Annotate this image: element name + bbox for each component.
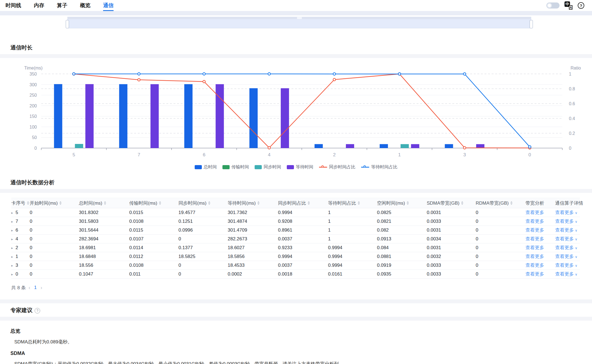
operator-detail-link[interactable]: 查看更多 bbox=[555, 227, 574, 233]
theme-toggle[interactable] bbox=[546, 2, 560, 9]
line-marker-等待时间占比[interactable] bbox=[203, 73, 205, 75]
datazoom-slider[interactable] bbox=[67, 17, 531, 28]
expand-row-icon[interactable]: ▸ bbox=[11, 246, 13, 250]
bandwidth-more-link[interactable]: 查看更多 bbox=[525, 263, 544, 268]
expand-row-icon[interactable]: ▸ bbox=[11, 255, 13, 259]
advice-help-icon[interactable]: ? bbox=[35, 308, 40, 313]
sort-icon[interactable] bbox=[104, 201, 106, 205]
tab-operator[interactable]: 算子 bbox=[57, 0, 67, 11]
bar-等待时间[interactable] bbox=[346, 144, 354, 148]
pagination-next-icon[interactable]: › bbox=[40, 285, 42, 291]
datazoom-selected-range[interactable] bbox=[67, 19, 531, 28]
column-header-3[interactable]: 传输时间(ms) bbox=[129, 198, 178, 208]
chevron-down-icon[interactable]: ∨ bbox=[575, 264, 577, 268]
bar-总时间[interactable] bbox=[54, 84, 62, 148]
line-marker-同步时间占比[interactable] bbox=[333, 78, 335, 81]
line-marker-等待时间占比[interactable] bbox=[333, 73, 335, 75]
bar-同步时间[interactable] bbox=[401, 144, 409, 148]
expand-row-icon[interactable]: ▸ bbox=[11, 211, 13, 215]
expand-row-icon[interactable]: ▸ bbox=[11, 263, 13, 268]
line-marker-等待时间占比[interactable] bbox=[138, 73, 140, 75]
column-header-5[interactable]: 等待时间(ms) bbox=[228, 198, 278, 208]
bandwidth-more-link[interactable]: 查看更多 bbox=[525, 271, 544, 277]
chevron-down-icon[interactable]: ∨ bbox=[575, 273, 577, 276]
bandwidth-more-link[interactable]: 查看更多 bbox=[525, 210, 544, 215]
pagination-prev-icon[interactable]: ‹ bbox=[29, 285, 30, 291]
operator-detail-link[interactable]: 查看更多 bbox=[555, 245, 574, 250]
column-header-2[interactable]: 总时间(ms) bbox=[79, 198, 129, 208]
tab-timeline[interactable]: 时间线 bbox=[5, 0, 21, 11]
bandwidth-more-link[interactable]: 查看更多 bbox=[525, 227, 544, 233]
duration-chart[interactable]: Time(ms)Ratio05010015020025030035000.20.… bbox=[0, 58, 592, 171]
chevron-down-icon[interactable]: ∨ bbox=[575, 237, 577, 241]
line-marker-同步时间占比[interactable] bbox=[138, 79, 140, 81]
expand-row-icon[interactable]: ▸ bbox=[11, 219, 13, 224]
column-header-4[interactable]: 同步时间(ms) bbox=[178, 198, 228, 208]
legend-item-等待时间占比[interactable]: 等待时间占比 bbox=[361, 164, 398, 170]
tab-memory[interactable]: 内存 bbox=[34, 0, 44, 11]
pagination-page-1[interactable]: 1 bbox=[34, 285, 37, 290]
datazoom-right-handle[interactable] bbox=[530, 20, 533, 28]
bandwidth-more-link[interactable]: 查看更多 bbox=[525, 219, 544, 224]
datazoom-move-handle[interactable] bbox=[297, 17, 302, 19]
tab-overview[interactable]: 概览 bbox=[80, 0, 90, 11]
bar-等待时间[interactable] bbox=[150, 84, 159, 148]
expand-row-icon[interactable]: ▸ bbox=[11, 272, 13, 276]
operator-detail-link[interactable]: 查看更多 bbox=[555, 236, 574, 241]
bar-总时间[interactable] bbox=[380, 144, 388, 148]
chevron-down-icon[interactable]: ∨ bbox=[575, 255, 577, 259]
expand-row-icon[interactable]: ▸ bbox=[11, 228, 13, 232]
operator-detail-link[interactable]: 查看更多 bbox=[555, 271, 574, 277]
sort-icon[interactable] bbox=[27, 201, 29, 205]
sort-icon[interactable] bbox=[208, 201, 210, 205]
legend-item-同步时间占比[interactable]: 同步时间占比 bbox=[319, 164, 356, 170]
chevron-down-icon[interactable]: ∨ bbox=[575, 211, 577, 215]
bandwidth-more-link[interactable]: 查看更多 bbox=[525, 245, 544, 250]
line-marker-等待时间占比[interactable] bbox=[463, 73, 466, 75]
tab-communication[interactable]: 通信 bbox=[103, 0, 114, 11]
line-marker-同步时间占比[interactable] bbox=[463, 147, 466, 149]
sort-icon[interactable] bbox=[257, 201, 260, 205]
line-marker-同步时间占比[interactable] bbox=[203, 80, 205, 83]
operator-detail-link[interactable]: 查看更多 bbox=[555, 219, 574, 224]
line-marker-等待时间占比[interactable] bbox=[268, 73, 271, 75]
bar-同步时间[interactable] bbox=[75, 144, 83, 148]
sort-icon[interactable] bbox=[308, 201, 310, 205]
bar-总时间[interactable] bbox=[119, 84, 127, 148]
sort-icon[interactable] bbox=[59, 201, 62, 205]
datazoom-left-handle[interactable] bbox=[66, 20, 69, 28]
bandwidth-more-link[interactable]: 查看更多 bbox=[525, 236, 544, 241]
legend-item-同步时间[interactable]: 同步时间 bbox=[255, 164, 281, 170]
operator-detail-link[interactable]: 查看更多 bbox=[555, 254, 574, 259]
sort-icon[interactable] bbox=[407, 201, 409, 205]
legend-item-总时间[interactable]: 总时间 bbox=[195, 164, 217, 170]
line-marker-等待时间占比[interactable] bbox=[528, 146, 531, 148]
sort-icon[interactable] bbox=[159, 201, 161, 205]
column-header-6[interactable]: 同步时间占比 bbox=[278, 198, 328, 208]
line-marker-等待时间占比[interactable] bbox=[73, 73, 75, 75]
column-header-1[interactable]: 开始时间(ms) bbox=[30, 198, 79, 208]
column-header-7[interactable]: 等待时间占比 bbox=[328, 198, 377, 208]
bandwidth-more-link[interactable]: 查看更多 bbox=[525, 254, 544, 259]
chart-canvas[interactable]: Time(ms)Ratio05010015020025030035000.20.… bbox=[8, 66, 584, 162]
bar-等待时间[interactable] bbox=[411, 144, 419, 148]
chevron-down-icon[interactable]: ∨ bbox=[575, 220, 577, 224]
sort-icon[interactable] bbox=[461, 201, 463, 205]
bar-等待时间[interactable] bbox=[216, 84, 224, 148]
line-marker-同步时间占比[interactable] bbox=[268, 147, 271, 149]
help-icon[interactable]: ? bbox=[578, 2, 584, 9]
bar-等待时间[interactable] bbox=[281, 88, 289, 148]
column-header-10[interactable]: RDMA带宽(GB) bbox=[476, 198, 525, 208]
language-icon[interactable]: 中 A bbox=[565, 1, 573, 10]
line-marker-等待时间占比[interactable] bbox=[398, 73, 401, 75]
legend-item-等待时间[interactable]: 等待时间 bbox=[287, 164, 313, 170]
chevron-down-icon[interactable]: ∨ bbox=[575, 229, 577, 232]
sort-icon[interactable] bbox=[358, 201, 360, 205]
chevron-down-icon[interactable]: ∨ bbox=[575, 246, 577, 250]
expand-row-icon[interactable]: ▸ bbox=[11, 237, 13, 241]
sort-icon[interactable] bbox=[510, 201, 513, 205]
column-header-9[interactable]: SDMA带宽(GB) bbox=[427, 198, 476, 208]
bar-总时间[interactable] bbox=[249, 88, 258, 148]
bar-总时间[interactable] bbox=[445, 144, 453, 148]
bar-等待时间[interactable] bbox=[85, 84, 93, 148]
